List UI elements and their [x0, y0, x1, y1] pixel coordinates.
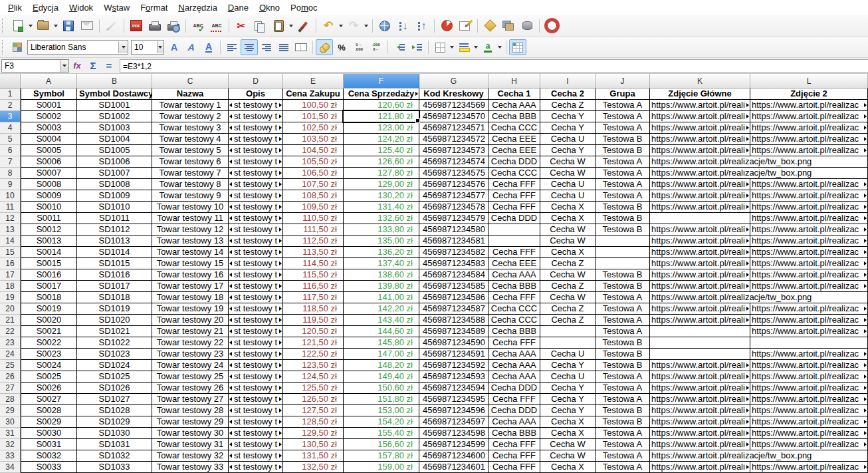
- cell-nazwa[interactable]: Towar testowy 9: [152, 190, 229, 202]
- cell-cena-sprzedazy[interactable]: 150,60 zł: [344, 383, 419, 394]
- delete-decimal-button[interactable]: .0000←: [368, 39, 385, 55]
- decrease-indent-button[interactable]: [391, 39, 408, 55]
- cell-symbol[interactable]: S0033: [21, 462, 77, 473]
- font-name-combobox[interactable]: [27, 40, 128, 55]
- cell-cecha1[interactable]: Cecha AAA: [488, 371, 540, 383]
- cut-button[interactable]: ✂: [232, 17, 251, 35]
- cell-cecha2[interactable]: Cecha U: [540, 190, 596, 202]
- cell-opis[interactable]: st testowy t: [229, 462, 283, 473]
- clone-formatting-button[interactable]: [294, 17, 313, 35]
- row-header-24[interactable]: 24: [0, 349, 21, 360]
- cell-cena-zakupu[interactable]: 121,50 zł: [283, 337, 344, 349]
- cell-symbol[interactable]: S0010: [21, 202, 77, 213]
- cell-kod-kreskowy[interactable]: 4569871234595: [419, 394, 488, 405]
- data-sources-button[interactable]: [518, 17, 536, 35]
- cell-cecha1[interactable]: Cecha FFF: [488, 439, 540, 450]
- cell-opis[interactable]: st testowy t: [229, 100, 283, 111]
- grid-toggle-button[interactable]: [509, 39, 526, 55]
- cell-cena-sprzedazy[interactable]: 126,60 zł: [344, 156, 419, 168]
- cell-cena-zakupu[interactable]: 104,50 zł: [283, 145, 344, 156]
- cell-opis[interactable]: st testowy t: [229, 303, 283, 315]
- cell-zdjecie2[interactable]: https://www.artoit.pl/realizac: [750, 416, 868, 428]
- export-pdf-button[interactable]: PDF: [127, 17, 146, 35]
- cell-zdjecie-glowne[interactable]: https://www.artoit.pl/reali: [650, 236, 750, 247]
- formula-input[interactable]: [120, 61, 868, 72]
- cell-kod-kreskowy[interactable]: 4569871234601: [419, 462, 488, 473]
- cell-kod-kreskowy[interactable]: 4569871234575: [419, 168, 488, 179]
- select-all-corner[interactable]: [0, 74, 21, 88]
- cell-symbol-dostawcy[interactable]: SD1013: [77, 236, 152, 247]
- font-size-input[interactable]: [132, 42, 157, 53]
- row-header-31[interactable]: 31: [0, 428, 21, 439]
- cell-symbol[interactable]: S0014: [21, 247, 77, 258]
- cell-cecha2[interactable]: Cecha Y: [540, 383, 596, 394]
- align-right-button[interactable]: [258, 39, 275, 55]
- cell-cena-zakupu[interactable]: 111,50 zł: [283, 224, 344, 236]
- cell-cena-sprzedazy[interactable]: 124,20 zł: [344, 134, 419, 145]
- font-size-combobox[interactable]: [131, 40, 164, 55]
- toolbar-grip[interactable]: [2, 19, 6, 33]
- cell-cena-sprzedazy[interactable]: 148,20 zł: [344, 360, 419, 371]
- cell-cecha2[interactable]: Cecha W: [540, 224, 596, 236]
- cell-opis[interactable]: st testowy t: [229, 224, 283, 236]
- column-header-G[interactable]: G: [419, 74, 488, 88]
- cell-nazwa[interactable]: Towar testowy 16: [152, 269, 229, 281]
- cell-zdjecie2[interactable]: https://www.artoit.pl/realizac: [750, 202, 868, 213]
- redo-button[interactable]: ↷: [344, 17, 363, 35]
- cell-kod-kreskowy[interactable]: 4569871234579: [419, 213, 488, 224]
- cell-nazwa[interactable]: Towar testowy 3: [152, 122, 229, 134]
- header-cell-zdj-cie-g-wne[interactable]: Zdjęcie Główne: [650, 88, 750, 100]
- column-header-F[interactable]: F: [344, 74, 419, 88]
- cell-zdjecie2[interactable]: https://www.artoit.pl/realizac: [750, 349, 868, 360]
- cell-zdjecie-glowne[interactable]: https://www.artoit.pl/reali: [650, 394, 750, 405]
- cell-kod-kreskowy[interactable]: 4569871234584: [419, 269, 488, 281]
- cell-cena-zakupu[interactable]: 116,50 zł: [283, 281, 344, 292]
- cell-zdjecie2[interactable]: https://www.artoit.pl/realizac: [750, 394, 868, 405]
- cell-kod-kreskowy[interactable]: 4569871234598: [419, 428, 488, 439]
- cell-cecha2[interactable]: Cecha Z: [540, 315, 596, 326]
- cell-zdjecie-glowne[interactable]: https://www.artoit.pl/reali: [650, 383, 750, 394]
- cell-cena-sprzedazy[interactable]: 144,60 zł: [344, 326, 419, 337]
- sort-descending-button[interactable]: ↑: [413, 17, 431, 35]
- font-name-input[interactable]: [28, 42, 118, 53]
- cell-kod-kreskowy[interactable]: 4569871234569: [419, 100, 488, 111]
- cell-zdjecie2[interactable]: https://www.artoit.pl/realizac: [750, 428, 868, 439]
- cell-symbol[interactable]: S0012: [21, 224, 77, 236]
- cell-nazwa[interactable]: Towar testowy 7: [152, 168, 229, 179]
- cell-opis[interactable]: st testowy t: [229, 122, 283, 134]
- cell-cecha1[interactable]: Cecha DDD: [488, 213, 540, 224]
- background-color-button[interactable]: [455, 39, 473, 55]
- column-header-K[interactable]: K: [650, 74, 750, 88]
- cell-opis[interactable]: st testowy t: [229, 179, 283, 190]
- cell-kod-kreskowy[interactable]: 4569871234600: [419, 450, 488, 462]
- cell-zdjecie2[interactable]: https://www.artoit.pl/realizac: [750, 247, 868, 258]
- cell-symbol-dostawcy[interactable]: SD1007: [77, 168, 152, 179]
- cell-opis[interactable]: st testowy t: [229, 145, 283, 156]
- cell-kod-kreskowy[interactable]: 4569871234578: [419, 202, 488, 213]
- cell-symbol-dostawcy[interactable]: SD1027: [77, 394, 152, 405]
- cell-symbol-dostawcy[interactable]: SD1020: [77, 315, 152, 326]
- open-dropdown[interactable]: [53, 18, 59, 34]
- draw-functions-button[interactable]: [456, 17, 475, 35]
- cell-cecha1[interactable]: Cecha BBB: [488, 281, 540, 292]
- cell-cecha2[interactable]: Cecha X: [540, 202, 596, 213]
- cell-symbol[interactable]: S0018: [21, 292, 77, 303]
- cell-opis[interactable]: st testowy t: [229, 258, 283, 269]
- cell-symbol[interactable]: S0022: [21, 337, 77, 349]
- cell-zdjecie-glowne[interactable]: https://www.artoit.pl/reali: [650, 122, 750, 134]
- cell-zdjecie-glowne[interactable]: https://www.artoit.pl/reali: [650, 371, 750, 383]
- row-header-23[interactable]: 23: [0, 337, 21, 349]
- cell-cena-zakupu[interactable]: 130,50 zł: [283, 439, 344, 450]
- cell-kod-kreskowy[interactable]: 4569871234592: [419, 360, 488, 371]
- cell-cecha2[interactable]: Cecha U: [540, 349, 596, 360]
- cell-zdjecie2[interactable]: https://www.artoit.pl/realizac: [750, 281, 868, 292]
- header-cell-symbol[interactable]: Symbol: [21, 88, 77, 100]
- cell-cena-sprzedazy[interactable]: 130,20 zł: [344, 190, 419, 202]
- column-header-L[interactable]: L: [750, 74, 868, 88]
- cell-nazwa[interactable]: Towar testowy 23: [152, 349, 229, 360]
- cell-cecha1[interactable]: Cecha EEE: [488, 145, 540, 156]
- cell-symbol[interactable]: S0006: [21, 156, 77, 168]
- cell-symbol[interactable]: S0027: [21, 394, 77, 405]
- cell-cecha2[interactable]: Cecha X: [540, 428, 596, 439]
- cell-cena-zakupu[interactable]: 110,50 zł: [283, 213, 344, 224]
